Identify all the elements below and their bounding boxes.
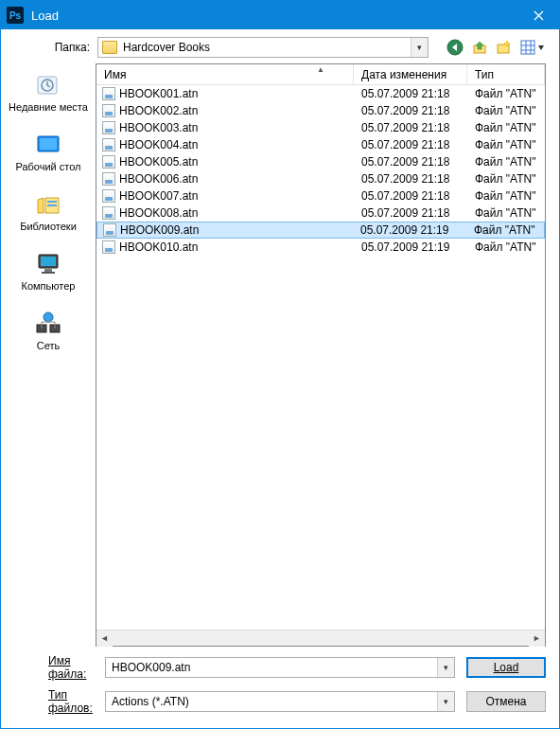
file-icon bbox=[102, 138, 115, 151]
column-header-date[interactable]: Дата изменения bbox=[354, 64, 467, 84]
window-title: Load bbox=[31, 9, 59, 23]
file-type: Файл "ATN" bbox=[467, 87, 545, 100]
place-label: Библиотеки bbox=[20, 221, 77, 233]
chevron-down-icon: ▾ bbox=[437, 692, 454, 711]
file-name: HBOOK005.atn bbox=[119, 155, 198, 169]
file-icon bbox=[102, 206, 115, 220]
place-computer[interactable]: Компьютер bbox=[7, 246, 90, 296]
cancel-button[interactable]: Отмена bbox=[466, 691, 546, 712]
titlebar: Ps Load bbox=[1, 1, 559, 29]
new-folder-icon bbox=[497, 40, 512, 55]
file-icon bbox=[102, 155, 115, 169]
file-name: HBOOK004.atn bbox=[119, 138, 198, 151]
file-date: 05.07.2009 21:18 bbox=[354, 104, 467, 117]
file-name: HBOOK010.atn bbox=[119, 240, 198, 254]
desktop-icon bbox=[32, 131, 64, 159]
filename-label: Имя файла: bbox=[14, 654, 94, 681]
svg-point-21 bbox=[44, 312, 53, 322]
new-folder-button[interactable] bbox=[495, 38, 514, 57]
places-bar: Недавние места Рабочий стол Библиотеки bbox=[1, 63, 96, 647]
file-row[interactable]: HBOOK005.atn05.07.2009 21:18Файл "ATN" bbox=[96, 153, 545, 170]
file-date: 05.07.2009 21:18 bbox=[354, 206, 467, 220]
scroll-left-icon[interactable]: ◄ bbox=[96, 631, 113, 647]
network-icon bbox=[32, 310, 64, 338]
folder-label: Папка: bbox=[14, 41, 90, 54]
file-name: HBOOK006.atn bbox=[119, 172, 198, 186]
folder-icon bbox=[102, 41, 117, 54]
back-button[interactable] bbox=[446, 38, 464, 57]
svg-rect-16 bbox=[41, 257, 56, 266]
file-icon bbox=[102, 240, 115, 254]
view-menu-icon bbox=[520, 40, 545, 55]
svg-rect-13 bbox=[47, 201, 57, 203]
folder-dropdown-value: Hardcover Books bbox=[123, 41, 210, 54]
scroll-right-icon[interactable]: ► bbox=[529, 631, 545, 647]
file-row[interactable]: HBOOK001.atn05.07.2009 21:18Файл "ATN" bbox=[96, 85, 545, 102]
file-name: HBOOK007.atn bbox=[119, 189, 198, 203]
computer-icon bbox=[32, 250, 64, 278]
file-row[interactable]: HBOOK002.atn05.07.2009 21:18Файл "ATN" bbox=[96, 102, 545, 119]
filetype-dropdown[interactable]: Actions (*.ATN) ▾ bbox=[105, 691, 455, 712]
file-row[interactable]: HBOOK008.atn05.07.2009 21:18Файл "ATN" bbox=[96, 204, 545, 222]
place-network[interactable]: Сеть bbox=[7, 306, 90, 356]
file-name: HBOOK002.atn bbox=[119, 104, 198, 117]
file-icon bbox=[103, 223, 116, 237]
place-label: Рабочий стол bbox=[15, 161, 80, 173]
sort-indicator-icon: ▲ bbox=[317, 65, 324, 74]
file-name: HBOOK003.atn bbox=[119, 121, 198, 134]
file-type: Файл "ATN" bbox=[467, 172, 545, 186]
file-type: Файл "ATN" bbox=[467, 104, 545, 117]
view-menu-button[interactable] bbox=[519, 38, 546, 57]
file-row[interactable]: HBOOK009.atn05.07.2009 21:19Файл "ATN" bbox=[96, 222, 545, 239]
file-row[interactable]: HBOOK003.atn05.07.2009 21:18Файл "ATN" bbox=[96, 119, 545, 136]
svg-point-3 bbox=[506, 43, 509, 45]
file-date: 05.07.2009 21:18 bbox=[354, 121, 467, 134]
file-type: Файл "ATN" bbox=[467, 189, 545, 203]
file-type: Файл "ATN" bbox=[467, 206, 545, 220]
file-list: ▲ Имя Дата изменения Тип HBOOK001.atn05.… bbox=[96, 63, 546, 647]
svg-rect-12 bbox=[40, 138, 57, 150]
file-name: HBOOK009.atn bbox=[120, 223, 199, 237]
column-header-name[interactable]: Имя bbox=[96, 64, 354, 84]
back-icon bbox=[446, 39, 464, 56]
place-recent[interactable]: Недавние места bbox=[7, 67, 90, 117]
file-date: 05.07.2009 21:19 bbox=[353, 223, 466, 237]
file-name: HBOOK001.atn bbox=[119, 87, 198, 100]
place-desktop[interactable]: Рабочий стол bbox=[7, 127, 90, 177]
filename-input[interactable]: HBOOK009.atn ▾ bbox=[105, 657, 455, 678]
column-header-type[interactable]: Тип bbox=[467, 64, 545, 84]
up-one-level-button[interactable] bbox=[470, 38, 489, 57]
file-date: 05.07.2009 21:18 bbox=[354, 138, 467, 151]
filetype-label: Тип файлов: bbox=[14, 688, 94, 715]
file-type: Файл "ATN" bbox=[467, 240, 545, 254]
file-type: Файл "ATN" bbox=[467, 121, 545, 134]
filetype-value: Actions (*.ATN) bbox=[112, 695, 189, 708]
svg-rect-18 bbox=[42, 272, 55, 274]
chevron-down-icon: ▾ bbox=[437, 658, 454, 677]
libraries-icon bbox=[32, 190, 64, 219]
file-type: Файл "ATN" bbox=[466, 223, 544, 237]
file-type: Файл "ATN" bbox=[467, 155, 545, 169]
place-label: Компьютер bbox=[22, 280, 76, 293]
close-icon bbox=[534, 10, 544, 21]
close-button[interactable] bbox=[517, 1, 559, 29]
horizontal-scrollbar[interactable]: ◄ ► bbox=[96, 630, 545, 646]
recent-places-icon bbox=[32, 71, 64, 99]
file-row[interactable]: HBOOK006.atn05.07.2009 21:18Файл "ATN" bbox=[96, 170, 545, 187]
load-button[interactable]: Load bbox=[466, 657, 546, 678]
svg-rect-17 bbox=[44, 269, 52, 272]
file-date: 05.07.2009 21:18 bbox=[354, 87, 467, 100]
file-icon bbox=[102, 121, 115, 134]
folder-dropdown[interactable]: Hardcover Books ▾ bbox=[97, 37, 429, 58]
place-libraries[interactable]: Библиотеки bbox=[7, 187, 90, 237]
svg-rect-14 bbox=[47, 204, 57, 206]
file-row[interactable]: HBOOK004.atn05.07.2009 21:18Файл "ATN" bbox=[96, 136, 545, 153]
file-date: 05.07.2009 21:18 bbox=[354, 172, 467, 186]
file-icon bbox=[102, 104, 115, 117]
file-row[interactable]: HBOOK010.atn05.07.2009 21:19Файл "ATN" bbox=[96, 239, 545, 256]
file-type: Файл "ATN" bbox=[467, 138, 545, 151]
file-date: 05.07.2009 21:19 bbox=[354, 240, 467, 254]
file-icon bbox=[102, 189, 115, 203]
file-row[interactable]: HBOOK007.atn05.07.2009 21:18Файл "ATN" bbox=[96, 187, 545, 204]
file-date: 05.07.2009 21:18 bbox=[354, 155, 467, 169]
